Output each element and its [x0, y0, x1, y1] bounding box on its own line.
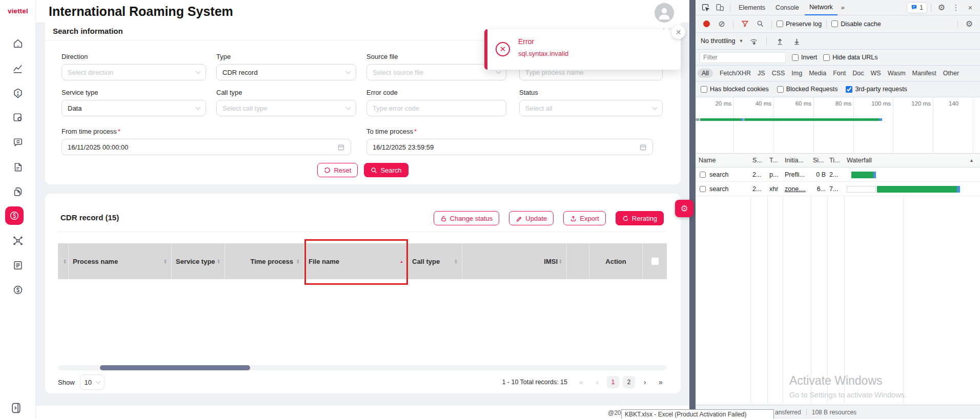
device-toolbar-icon[interactable]: [713, 1, 726, 14]
table-col-checkbox[interactable]: [643, 243, 667, 279]
table-col-imsi[interactable]: IMSI▲▼: [462, 243, 567, 279]
filter-chip-doc[interactable]: Doc: [852, 70, 864, 77]
has-blocked-cookies-checkbox[interactable]: Has blocked cookies: [701, 86, 769, 93]
chart-icon[interactable]: [12, 62, 24, 75]
filter-chip-img[interactable]: Img: [791, 70, 802, 77]
filter-chip-all[interactable]: All: [698, 69, 713, 78]
request-initiator-link[interactable]: zone....: [785, 182, 809, 196]
first-page-button[interactable]: «: [575, 376, 587, 388]
system-config-icon[interactable]: [12, 111, 24, 123]
filter-chip-other[interactable]: Other: [943, 70, 959, 77]
request-row[interactable]: search 2... p... Prefli... 0 B 2...: [696, 167, 980, 182]
network-filter-input[interactable]: [700, 52, 786, 63]
third-party-requests-checkbox[interactable]: 3rd-party requests: [846, 86, 907, 93]
avatar[interactable]: [655, 3, 674, 23]
filter-chip-manifest[interactable]: Manifest: [912, 70, 936, 77]
service-type-select[interactable]: Data: [62, 100, 206, 116]
call-type-select[interactable]: Select call type: [216, 100, 356, 116]
error-code-input[interactable]: Type error code: [366, 100, 506, 116]
tab-console[interactable]: Console: [771, 0, 804, 15]
col-status[interactable]: S...: [752, 154, 766, 167]
update-button[interactable]: Update: [509, 211, 554, 225]
devtools-menu-icon[interactable]: ⋮: [949, 1, 963, 14]
page-1-button[interactable]: 1: [607, 376, 619, 388]
page-2-button[interactable]: 2: [623, 376, 635, 388]
export-har-icon[interactable]: [790, 34, 803, 48]
more-tabs-icon[interactable]: »: [839, 0, 847, 15]
toast-close-icon[interactable]: ✕: [671, 25, 685, 39]
message-sync-icon[interactable]: [12, 136, 24, 149]
checkbox[interactable]: [823, 54, 830, 61]
request-row[interactable]: search 2... xhr zone.... 6... 7...: [696, 182, 980, 196]
page-size-select[interactable]: 10: [80, 374, 105, 390]
document-icon[interactable]: [12, 259, 24, 271]
network-conditions-icon[interactable]: [747, 34, 760, 48]
inspect-icon[interactable]: [699, 1, 712, 14]
issues-badge[interactable]: 1: [907, 2, 927, 13]
direction-select[interactable]: Select direction: [62, 64, 206, 80]
settings-fab[interactable]: ⚙: [675, 200, 693, 217]
table-col-partial[interactable]: ▲▼: [58, 243, 69, 279]
col-type[interactable]: T...: [769, 154, 781, 167]
search-network-icon[interactable]: [753, 17, 767, 31]
table-col-call-type[interactable]: Call type▲▼: [408, 243, 462, 279]
row-checkbox[interactable]: [700, 172, 706, 178]
integration-icon[interactable]: [12, 235, 24, 247]
col-name[interactable]: Name: [699, 154, 749, 167]
throttling-select[interactable]: No throttling: [701, 37, 735, 45]
table-col-process-name[interactable]: Process name▲▼: [69, 243, 172, 279]
filter-chip-js[interactable]: JS: [758, 70, 765, 77]
filter-chip-font[interactable]: Font: [833, 70, 846, 77]
col-waterfall[interactable]: Waterfall: [847, 154, 898, 167]
checkbox[interactable]: [792, 54, 799, 61]
network-settings-icon[interactable]: ⚙: [963, 17, 976, 31]
checkbox[interactable]: [777, 20, 783, 27]
sidebar-item-billing-active[interactable]: [5, 206, 24, 225]
col-time[interactable]: Ti...: [829, 154, 843, 167]
from-time-input[interactable]: 16/11/2025 00:00:00: [62, 139, 351, 155]
invert-checkbox[interactable]: Invert: [792, 54, 817, 61]
filter-chip-media[interactable]: Media: [809, 70, 826, 77]
filter-chip-fetch-xhr[interactable]: Fetch/XHR: [720, 70, 751, 77]
table-col-service-type[interactable]: Service type▲▼: [172, 243, 225, 279]
clear-icon[interactable]: ⊘: [715, 17, 728, 31]
calendar-icon[interactable]: [639, 143, 647, 151]
preserve-log-checkbox[interactable]: Preserve log: [777, 20, 822, 28]
reset-button[interactable]: Reset: [317, 163, 358, 177]
checkbox[interactable]: [701, 86, 707, 93]
network-overview[interactable]: 20 ms 40 ms 60 ms 80 ms 100 ms 120 ms 14…: [696, 97, 980, 154]
next-page-button[interactable]: ›: [639, 376, 651, 388]
tab-network[interactable]: Network: [805, 0, 838, 15]
hide-data-urls-checkbox[interactable]: Hide data URLs: [823, 54, 877, 61]
scrollbar-thumb[interactable]: [100, 365, 250, 370]
to-time-input[interactable]: 16/12/2025 23:59:59: [366, 139, 653, 155]
home-icon[interactable]: [12, 37, 24, 50]
disable-cache-checkbox[interactable]: Disable cache: [831, 20, 881, 28]
filter-chip-wasm[interactable]: Wasm: [888, 70, 906, 77]
checkbox[interactable]: [777, 86, 784, 93]
file-copy-icon[interactable]: [12, 185, 24, 198]
blocked-requests-checkbox[interactable]: Blocked Requests: [777, 86, 838, 93]
request-name[interactable]: search: [709, 167, 749, 181]
report-icon[interactable]: [12, 161, 24, 173]
alert-icon[interactable]: [12, 87, 24, 99]
col-initiator[interactable]: Initia...: [785, 154, 809, 167]
import-har-icon[interactable]: [773, 34, 786, 48]
export-button[interactable]: Export: [563, 211, 606, 225]
rerating-button[interactable]: Rerating: [616, 211, 664, 225]
filter-icon[interactable]: [738, 17, 751, 31]
waterfall-sort-icon[interactable]: ▲: [969, 154, 974, 167]
devtools-settings-icon[interactable]: ⚙: [935, 1, 948, 14]
record-icon[interactable]: [700, 17, 713, 31]
last-page-button[interactable]: »: [655, 376, 667, 388]
search-button[interactable]: Search: [364, 163, 408, 177]
prev-page-button[interactable]: ‹: [591, 376, 603, 388]
request-name[interactable]: search: [709, 182, 749, 196]
revenue-icon[interactable]: [12, 284, 24, 296]
tab-elements[interactable]: Elements: [734, 0, 770, 15]
checkbox[interactable]: [846, 86, 852, 93]
devtools-close-icon[interactable]: ×: [964, 1, 977, 14]
type-select[interactable]: CDR record: [216, 64, 356, 80]
sidebar-expand-icon[interactable]: [10, 402, 24, 415]
filter-chip-css[interactable]: CSS: [772, 70, 785, 77]
